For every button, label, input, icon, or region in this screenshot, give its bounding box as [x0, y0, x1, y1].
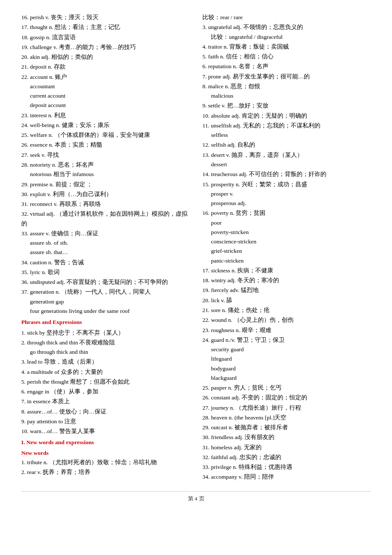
list-item: 33. privilege n. 特殊利益；优惠待遇	[202, 462, 371, 472]
list-item: 16. perish v. 丧失；湮灭；毁灭	[21, 13, 190, 22]
list-item: 10. absolute adj. 肯定的；无疑的；明确的	[202, 111, 371, 121]
list-item: 3. lead to 导致，造成（后果）	[21, 357, 190, 367]
list-item: 14. treacherous adj. 不可信任的；背叛的；奸诈的	[202, 170, 371, 179]
phrases-section-header: Phrases and Expressions	[21, 318, 190, 327]
list-item: 32. virtual adj. （通过计算机软件，如在因特网上）模拟的，虚拟的	[21, 209, 190, 228]
list-item: 5. perish the thought 甭想了；但愿不会如此	[21, 377, 190, 387]
list-item: 29. outcast n. 被抛弃者；被排斥者	[202, 423, 371, 432]
new-words-sub-header: New words	[21, 448, 190, 458]
list-item: 25. pauper n. 穷人；贫民；乞丐	[202, 383, 371, 393]
sub-entry: lifeguard	[202, 354, 371, 364]
list-item: 1. tribute n. （尤指对死者的）致敬；悼念；吊唁礼物	[21, 458, 190, 467]
list-item: 26. constant adj. 不变的；固定的；恒定的	[202, 393, 371, 402]
list-item: 30. friendless adj. 没有朋友的	[202, 433, 371, 442]
list-item: 11. unselfish adj. 无私的；忘我的；不谋私利的selfless	[202, 121, 371, 140]
sub-entry: bodyguard	[202, 364, 371, 373]
list-item: 34. accompany v. 陪同；陪伴	[202, 472, 371, 482]
sub-entry: assure sb. of sth.	[21, 238, 190, 248]
list-item: 30. exploit v. 利用（…为自己谋利）	[21, 190, 190, 199]
list-item: 20. lick v. 舔	[202, 296, 371, 305]
list-item: 25. welfare n. （个体或群体的）幸福，安全与健康	[21, 130, 190, 140]
sub-entry: grief-stricken	[202, 246, 371, 256]
list-item: 26. essence n. 本质；实质；精髓	[21, 140, 190, 150]
main-content: 16. perish v. 丧失；湮灭；毁灭17. thought n. 想法；…	[21, 13, 371, 483]
list-item: 27. seek v. 寻找	[21, 150, 190, 160]
list-item: 9. pay attention to 注意	[21, 417, 190, 426]
sub-entry: blackguard	[202, 373, 371, 383]
list-item: 16. poverty n. 贫穷；贫困poorpoverty-stricken…	[202, 208, 371, 266]
list-item: 31. reconnect v. 再联系；再联络	[21, 199, 190, 209]
list-item: 24. guard n./v. 警卫；守卫；保卫security guardli…	[202, 335, 371, 383]
sub-entry: prosperous adj.	[202, 199, 371, 208]
list-item: 1. stick by 坚持忠于；不离不弃（某人）	[21, 328, 190, 338]
list-item: 2. rear v. 抚养；养育；培养	[21, 468, 190, 477]
new-words-section-header: I. New words and expressions	[21, 438, 190, 447]
list-item: 8. malice n. 恶意；怨恨malicious	[202, 82, 371, 101]
sub-entry: prosper v.	[202, 189, 371, 199]
sub-entry: panic-stricken	[202, 256, 371, 266]
sub-entry: dessert	[202, 160, 371, 169]
sub-entry: malicious	[202, 91, 371, 101]
sub-entry: security guard	[202, 345, 371, 354]
list-item: 19. fiercely adv. 猛烈地	[202, 286, 371, 295]
right-column: 比较：rear / rare3. ungrateful adj. 不领情的；忘恩…	[202, 13, 371, 483]
sub-entry: poor	[202, 218, 371, 228]
sub-entry: four generations living under the same r…	[21, 306, 190, 316]
list-item: 15. prosperity n. 兴旺；繁荣；成功；昌盛prosper v.p…	[202, 180, 371, 208]
list-item: 36. undisputed adj. 不容置疑的；毫无疑问的；不可争辩的	[21, 278, 190, 287]
sub-entry: notorious 相当于 infamous	[21, 170, 190, 179]
list-item: 比较：rear / rare	[202, 13, 371, 22]
sub-entry: assure sb. that…	[21, 248, 190, 257]
sub-entry: go through thick and thin	[21, 347, 190, 357]
list-item: 34. caution n. 警告；告诫	[21, 258, 190, 267]
list-item: 10. warn…of… 警告某人某事	[21, 427, 190, 436]
sub-entry: deposit account	[21, 101, 190, 110]
list-item: 4. traitor n. 背叛者；叛徒；卖国贼	[202, 42, 371, 52]
list-item: 12. selfish adj. 自私的	[202, 140, 371, 150]
sub-entry: accountant	[21, 82, 190, 91]
list-item: 20. akin adj. 相似的；类似的	[21, 52, 190, 62]
list-item: 17. thought n. 想法；看法；主意；记忆	[21, 23, 190, 32]
list-item: 22. wound n. （心灵上的）伤，创伤	[202, 315, 371, 325]
list-item: 35. lyric n. 歌词	[21, 268, 190, 277]
list-item: 23. roughness n. 艰辛；艰难	[202, 326, 371, 335]
sub-entry: generation gap	[21, 297, 190, 306]
list-item: 32. faithful adj. 忠实的；忠诚的	[202, 453, 371, 462]
list-item: 7. in essence 本质上	[21, 397, 190, 406]
list-item: 37. generation n. （统称）一代人，同代人，同辈人generat…	[21, 287, 190, 316]
list-item: 13. desert v. 抛弃，离弃，遗弃（某人）dessert	[202, 150, 371, 170]
left-column: 16. perish v. 丧失；湮灭；毁灭17. thought n. 想法；…	[21, 13, 190, 483]
list-item: 28. heaven n. (the heavens [pl.]天空	[202, 413, 371, 422]
page-footer: 第 4 页	[21, 491, 371, 503]
list-item: 21. sore n. 痛处；伤处；疮	[202, 306, 371, 315]
sub-entry: poverty-stricken	[202, 228, 371, 237]
list-item: 4. a multitude of 众多的；大量的	[21, 367, 190, 377]
list-item: 6. reputation n. 名誉；名声	[202, 62, 371, 71]
list-item: 3. ungrateful adj. 不领情的；忘恩负义的比较：ungratef…	[202, 23, 371, 42]
list-item: 21. deposit n. 存款	[21, 62, 190, 72]
list-item: 23. interest n. 利息	[21, 111, 190, 120]
sub-entry: 比较：ungrateful / disgraceful	[202, 32, 371, 42]
list-item: 19. challenge v. 考查…的能力；考验…的技巧	[21, 43, 190, 52]
list-item: 9. settle v. 把…放好；安放	[202, 101, 371, 110]
list-item: 29. premise n. 前提；假定 ；	[21, 180, 190, 189]
list-item: 2. through thick and thin 不畏艰难险阻go throu…	[21, 338, 190, 357]
list-item: 31. homeless adj. 无家的	[202, 443, 371, 452]
sub-entry: selfless	[202, 130, 371, 140]
list-item: 5. faith n. 信任；相信；信心	[202, 52, 371, 61]
list-item: 7. prone adj. 易于发生某事的；很可能…的	[202, 72, 371, 81]
sub-entry: conscience-stricken	[202, 237, 371, 246]
list-item: 18. wintry adj. 冬天的；寒冷的	[202, 276, 371, 285]
sub-entry: current account	[21, 91, 190, 101]
list-item: 17. sickness n. 疾病；不健康	[202, 266, 371, 275]
list-item: 18. gossip n. 流言蜚语	[21, 33, 190, 42]
list-item: 28. notoriety n. 恶名；坏名声notorious 相当于 inf…	[21, 160, 190, 179]
list-item: 33. assure v. 使确信；向…保证assure sb. of sth.…	[21, 229, 190, 257]
list-item: 27. journey n. （尤指长途）旅行，行程	[202, 403, 371, 413]
list-item: 24. well-being n. 健康；安乐；康乐	[21, 121, 190, 130]
list-item: 8. assure…of… 使放心；向…保证	[21, 407, 190, 416]
page-number: 第 4 页	[188, 495, 205, 502]
list-item: 6. engage in （使）从事，参加	[21, 387, 190, 396]
list-item: 22. account n. 账户accountantcurrent accou…	[21, 72, 190, 110]
